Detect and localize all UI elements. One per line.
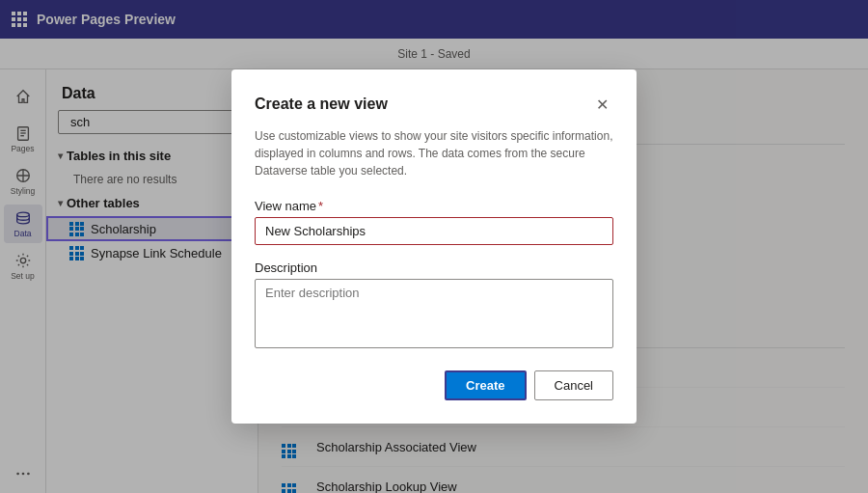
dialog-description: Use customizable views to show your site…: [255, 127, 613, 179]
dialog-header: Create a new view ✕: [255, 93, 613, 116]
required-indicator: *: [318, 199, 323, 213]
view-name-input[interactable]: [255, 217, 613, 245]
dialog-title: Create a new view: [255, 96, 388, 113]
description-input[interactable]: [255, 279, 613, 348]
create-button[interactable]: Create: [445, 370, 526, 400]
dialog-close-button[interactable]: ✕: [590, 93, 613, 116]
view-name-label: View name*: [255, 199, 613, 213]
cancel-button[interactable]: Cancel: [534, 370, 613, 400]
dialog-actions: Create Cancel: [255, 370, 613, 400]
description-label: Description: [255, 260, 613, 275]
dialog-overlay: Create a new view ✕ Use customizable vie…: [0, 0, 868, 493]
create-view-dialog: Create a new view ✕ Use customizable vie…: [231, 69, 637, 424]
